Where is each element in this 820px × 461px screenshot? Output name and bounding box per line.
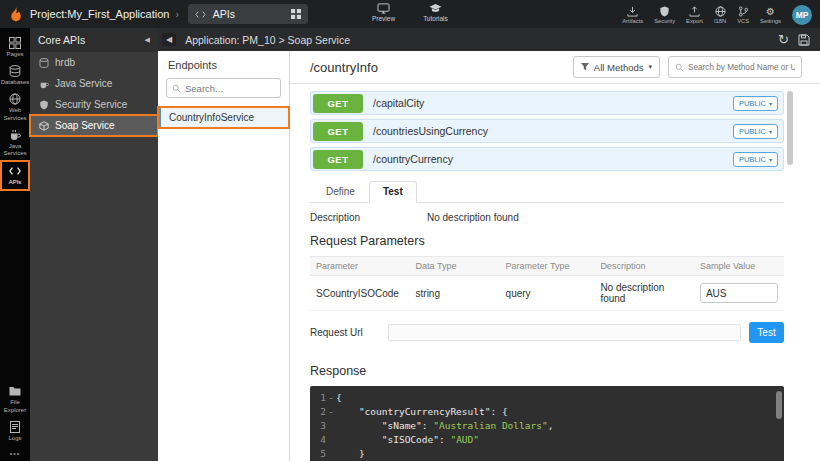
- export-button[interactable]: Export: [686, 6, 703, 24]
- pages-icon: [9, 37, 21, 49]
- shield-icon: [659, 6, 670, 17]
- download-tray-icon: [627, 6, 638, 17]
- grid-icon[interactable]: [291, 9, 301, 19]
- access-dropdown[interactable]: PUBLIC ▾: [733, 152, 778, 167]
- topbar: Project:My_First_Application › APIs Prev…: [0, 0, 820, 28]
- methods-filter-dropdown[interactable]: All Methods ▾: [573, 56, 660, 78]
- tool-label: Artifacts: [622, 18, 643, 24]
- workspace: /countryInfo All Methods ▾ GET: [290, 51, 820, 461]
- collapse-panel-icon[interactable]: ◀: [145, 36, 150, 44]
- table-row: SCountryISOCode string query No descript…: [310, 276, 784, 311]
- content-scrollbar-thumb[interactable]: [787, 91, 793, 165]
- fold-marker-icon[interactable]: -: [326, 391, 336, 405]
- sidebar-item-java-services[interactable]: Java Services: [0, 125, 30, 160]
- sidebar-item-pages[interactable]: Pages: [0, 33, 30, 61]
- vcs-button[interactable]: VCS: [737, 6, 749, 24]
- endpoints-title: Endpoints: [158, 57, 289, 78]
- user-avatar[interactable]: MP: [792, 5, 812, 25]
- apis-workspace-tab[interactable]: APIs: [188, 4, 308, 24]
- column-header-parameter-type: Parameter Type: [500, 257, 595, 276]
- sample-value-input[interactable]: [700, 283, 778, 303]
- topbar-right: Artifacts Security Export I18N VCS ⚙ Set…: [622, 3, 820, 25]
- more-options-icon[interactable]: •••: [10, 445, 20, 461]
- tutorials-label: Tutorials: [423, 15, 448, 22]
- get-method-badge: GET: [313, 150, 363, 169]
- response-title: Response: [310, 364, 784, 378]
- service-item-label: Soap Service: [55, 120, 114, 131]
- fold-marker-empty: [326, 419, 336, 433]
- export-arrow-icon: [689, 6, 700, 17]
- refresh-icon[interactable]: ↻: [778, 33, 789, 46]
- editor-scrollbar-thumb[interactable]: [776, 391, 782, 419]
- tutorials-button[interactable]: Tutorials: [423, 3, 448, 22]
- caret-down-icon: ▾: [769, 100, 772, 107]
- project-title[interactable]: Project:My_First_Application: [30, 8, 169, 20]
- coffee-cup-icon: [9, 129, 21, 141]
- service-item-soap-service[interactable]: Soap Service: [30, 115, 158, 136]
- operation-row-countriesusingcurrency[interactable]: GET /countriesUsingCurrency PUBLIC ▾: [310, 119, 784, 143]
- sidebar-item-databases[interactable]: Databases: [0, 61, 30, 89]
- operation-row-capitalcity[interactable]: GET /capitalCity PUBLIC ▾: [310, 91, 784, 115]
- service-item-java-service[interactable]: Java Service: [30, 73, 158, 94]
- sidebar-item-logs[interactable]: Logs: [0, 417, 30, 445]
- cell-parameter-type: query: [500, 276, 595, 311]
- database-icon: [9, 65, 21, 77]
- rail-label: Logs: [8, 435, 21, 442]
- topbar-left: Project:My_First_Application › APIs: [0, 4, 308, 24]
- security-button[interactable]: Security: [654, 6, 675, 24]
- preview-button[interactable]: Preview: [372, 3, 395, 22]
- fold-marker-icon[interactable]: -: [326, 405, 336, 419]
- rail-label: Pages: [6, 51, 23, 58]
- request-parameters-title: Request Parameters: [310, 234, 784, 248]
- settings-button[interactable]: ⚙ Settings: [760, 6, 781, 24]
- service-item-label: Security Service: [55, 99, 127, 110]
- workspace-scroll-area: GET /capitalCity PUBLIC ▾ GET /countries…: [290, 84, 820, 461]
- service-item-security-service[interactable]: Security Service: [30, 94, 158, 115]
- search-icon: [172, 84, 181, 93]
- globe-icon: [715, 6, 726, 17]
- topbar-center: Preview Tutorials: [372, 3, 448, 22]
- rail-label: Databases: [1, 79, 30, 86]
- endpoint-item-countryinfoservice[interactable]: CountryInfoService: [158, 107, 289, 128]
- save-icon[interactable]: [798, 34, 810, 46]
- breadcrumb: Application: PM_10 > Soap Service: [185, 34, 350, 46]
- table-header-row: Parameter Data Type Parameter Type Descr…: [310, 257, 784, 276]
- gear-icon: ⚙: [766, 6, 775, 17]
- access-label: PUBLIC: [739, 155, 766, 164]
- service-item-hrdb[interactable]: hrdb: [30, 52, 158, 73]
- test-button[interactable]: Test: [749, 322, 784, 343]
- sidebar-item-web-services[interactable]: Web Services: [0, 89, 30, 124]
- operation-row-countrycurrency[interactable]: GET /countryCurrency PUBLIC ▾: [310, 147, 784, 171]
- response-editor[interactable]: 1-{2- "countryCurrencyResult": {3 "sName…: [310, 386, 784, 461]
- apis-tab-label: APIs: [213, 8, 284, 20]
- collapse-sidebar-icon[interactable]: ◀: [162, 33, 176, 46]
- fold-marker-empty: [326, 433, 336, 447]
- monitor-icon: [377, 3, 390, 14]
- caret-down-icon: ▾: [648, 63, 652, 71]
- description-value: No description found: [427, 212, 519, 223]
- tool-label: Export: [686, 18, 703, 24]
- sidebar-item-apis[interactable]: APIs: [0, 160, 30, 191]
- filter-icon: [581, 63, 589, 71]
- method-search-input[interactable]: [688, 63, 795, 72]
- fold-marker-empty: [326, 447, 336, 461]
- sidebar-item-file-explorer[interactable]: File Explorer: [0, 381, 30, 416]
- api-brackets-icon: [9, 165, 21, 177]
- left-nav-rail: Pages Databases Web Services Java Servic…: [0, 28, 30, 461]
- code-line: 2- "countryCurrencyResult": {: [310, 405, 784, 419]
- endpoints-search-input[interactable]: [185, 83, 275, 94]
- i18n-button[interactable]: I18N: [714, 6, 726, 24]
- artifacts-button[interactable]: Artifacts: [622, 6, 643, 24]
- rail-label: Web Services: [0, 107, 30, 121]
- tab-test[interactable]: Test: [369, 181, 417, 203]
- chevron-right-icon: ›: [175, 9, 178, 20]
- description-label: Description: [310, 212, 427, 223]
- core-apis-panel: Core APIs ◀ hrdb Java Service Security S…: [30, 28, 158, 461]
- tab-define[interactable]: Define: [312, 181, 369, 202]
- access-dropdown[interactable]: PUBLIC ▾: [733, 124, 778, 139]
- column-header-data-type: Data Type: [410, 257, 500, 276]
- wavemaker-logo-icon[interactable]: [8, 6, 24, 22]
- request-url-input[interactable]: [388, 324, 741, 341]
- access-dropdown[interactable]: PUBLIC ▾: [733, 96, 778, 111]
- operation-path: /countriesUsingCurrency: [373, 125, 733, 137]
